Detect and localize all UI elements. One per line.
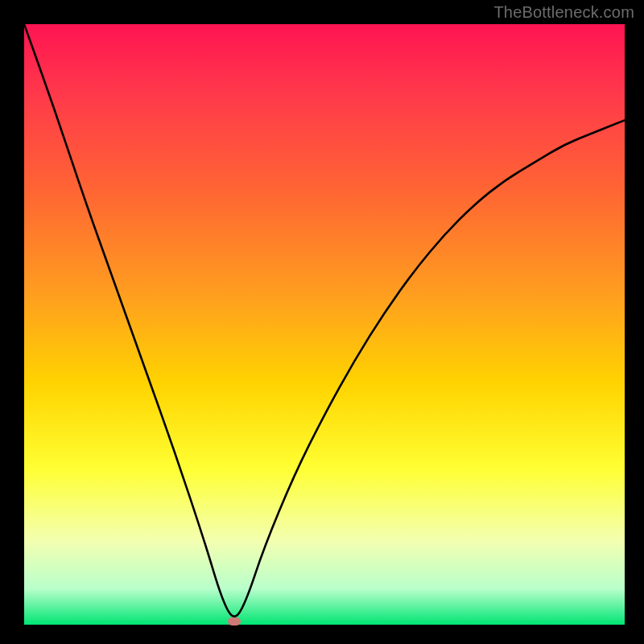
chart-frame: TheBottleneck.com bbox=[0, 0, 644, 644]
optimum-marker bbox=[228, 617, 241, 625]
watermark-text: TheBottleneck.com bbox=[493, 3, 634, 22]
plot-background bbox=[24, 24, 625, 625]
bottleneck-plot bbox=[24, 24, 625, 625]
